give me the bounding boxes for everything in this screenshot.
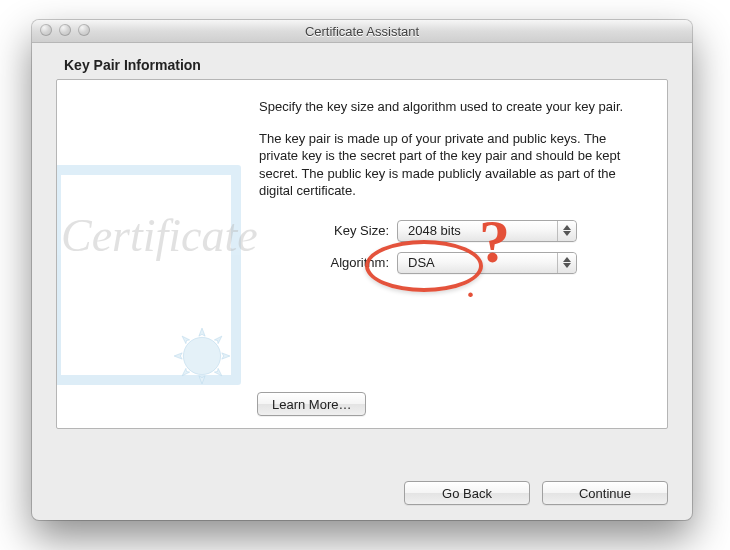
stepper-icon [557, 221, 576, 241]
algorithm-row: Algorithm: DSA ? . [259, 252, 641, 274]
learn-more-label: Learn More… [272, 397, 351, 412]
intro-paragraph-1: Specify the key size and algorithm used … [259, 98, 641, 116]
svg-point-0 [183, 337, 220, 374]
seal-icon [171, 325, 233, 387]
annotation-question-dot: . [467, 274, 474, 302]
close-button[interactable] [40, 24, 52, 36]
zoom-button[interactable] [78, 24, 90, 36]
keysize-row: Key Size: 2048 bits [259, 220, 641, 242]
algorithm-label: Algorithm: [259, 255, 397, 270]
wizard-footer: Go Back Continue [404, 481, 668, 505]
window-title: Certificate Assistant [305, 24, 419, 39]
keysize-label: Key Size: [259, 223, 397, 238]
content-panel: Certificate [56, 79, 668, 429]
intro-paragraph-2: The key pair is made up of your private … [259, 130, 641, 200]
continue-button[interactable]: Continue [542, 481, 668, 505]
go-back-button[interactable]: Go Back [404, 481, 530, 505]
stepper-icon [557, 253, 576, 273]
window-titlebar[interactable]: Certificate Assistant [32, 20, 692, 43]
go-back-label: Go Back [442, 486, 492, 501]
algorithm-value: DSA [408, 255, 435, 270]
algorithm-select[interactable]: DSA [397, 252, 577, 274]
certificate-watermark: Certificate [56, 165, 241, 405]
learn-more-button[interactable]: Learn More… [257, 392, 366, 416]
certificate-assistant-window: Certificate Assistant Key Pair Informati… [32, 20, 692, 520]
page-heading: Key Pair Information [64, 57, 668, 73]
continue-label: Continue [579, 486, 631, 501]
certificate-watermark-text: Certificate [61, 209, 258, 262]
window-controls [40, 24, 90, 36]
keysize-value: 2048 bits [408, 223, 461, 238]
keysize-select[interactable]: 2048 bits [397, 220, 577, 242]
minimize-button[interactable] [59, 24, 71, 36]
